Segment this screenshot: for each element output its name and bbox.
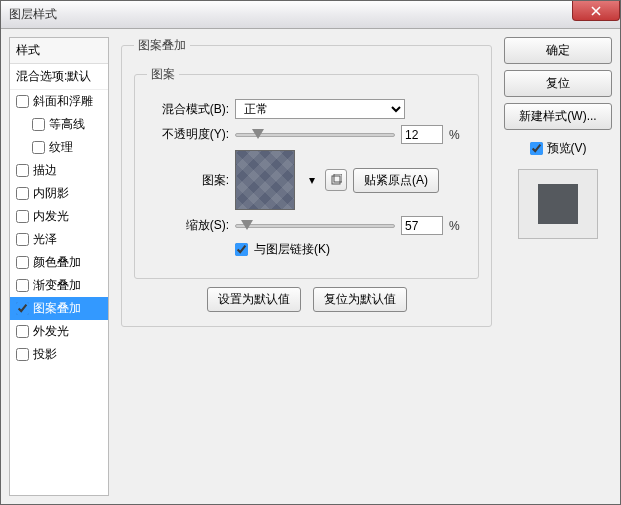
- opacity-slider[interactable]: [235, 133, 395, 137]
- set-default-button[interactable]: 设置为默认值: [207, 287, 301, 312]
- sidebar-item-bevel[interactable]: 斜面和浮雕: [10, 90, 108, 113]
- sidebar-item-label: 内阴影: [33, 185, 69, 202]
- slider-thumb-icon[interactable]: [252, 129, 264, 139]
- svg-rect-1: [334, 174, 342, 182]
- close-icon: [591, 6, 601, 16]
- sidebar-item-label: 斜面和浮雕: [33, 93, 93, 110]
- chevron-down-icon[interactable]: ▾: [305, 173, 319, 187]
- group-title: 图案叠加: [134, 37, 190, 54]
- checkbox-icon[interactable]: [32, 118, 45, 131]
- sidebar-item-label: 外发光: [33, 323, 69, 340]
- dialog-content: 样式 混合选项:默认 斜面和浮雕 等高线 纹理 描边 内阴影: [1, 29, 620, 504]
- scale-input[interactable]: [401, 216, 443, 235]
- pattern-thumbnail[interactable]: [235, 150, 295, 210]
- percent-label: %: [449, 128, 460, 142]
- reset-default-button[interactable]: 复位为默认值: [313, 287, 407, 312]
- svg-rect-0: [332, 176, 340, 184]
- percent-label: %: [449, 219, 460, 233]
- snap-origin-button[interactable]: 贴紧原点(A): [353, 168, 439, 193]
- preview-box: [518, 169, 598, 239]
- sidebar-item-outer-glow[interactable]: 外发光: [10, 320, 108, 343]
- sidebar-item-inner-shadow[interactable]: 内阴影: [10, 182, 108, 205]
- styles-sidebar: 样式 混合选项:默认 斜面和浮雕 等高线 纹理 描边 内阴影: [9, 37, 109, 496]
- opacity-row: 不透明度(Y): %: [147, 125, 466, 144]
- sidebar-item-contour[interactable]: 等高线: [10, 113, 108, 136]
- preview-label: 预览(V): [547, 140, 587, 157]
- default-buttons: 设置为默认值 复位为默认值: [134, 287, 479, 312]
- checkbox-icon[interactable]: [16, 95, 29, 108]
- link-label: 与图层链接(K): [254, 241, 330, 258]
- sidebar-item-satin[interactable]: 光泽: [10, 228, 108, 251]
- close-button[interactable]: [572, 1, 620, 21]
- preview-checkbox[interactable]: [530, 142, 543, 155]
- sidebar-blend-default[interactable]: 混合选项:默认: [10, 64, 108, 90]
- layer-style-dialog: 图层样式 样式 混合选项:默认 斜面和浮雕 等高线 纹理 描边: [0, 0, 621, 505]
- checkbox-icon[interactable]: [16, 233, 29, 246]
- sidebar-item-gradient-overlay[interactable]: 渐变叠加: [10, 274, 108, 297]
- pattern-group: 图案 混合模式(B): 正常 不透明度(Y): %: [134, 66, 479, 279]
- window-title: 图层样式: [9, 6, 57, 23]
- sidebar-header: 样式: [10, 38, 108, 64]
- preview-row: 预览(V): [504, 140, 612, 157]
- sidebar-item-label: 渐变叠加: [33, 277, 81, 294]
- sidebar-item-color-overlay[interactable]: 颜色叠加: [10, 251, 108, 274]
- checkbox-icon[interactable]: [16, 187, 29, 200]
- sidebar-item-label: 等高线: [49, 116, 85, 133]
- titlebar[interactable]: 图层样式: [1, 1, 620, 29]
- scale-slider[interactable]: [235, 224, 395, 228]
- preview-swatch: [538, 184, 578, 224]
- blend-mode-row: 混合模式(B): 正常: [147, 99, 466, 119]
- blend-label: 混合模式(B):: [147, 101, 229, 118]
- sidebar-item-label: 纹理: [49, 139, 73, 156]
- new-preset-button[interactable]: [325, 169, 347, 191]
- checkbox-icon[interactable]: [16, 302, 29, 315]
- sidebar-item-label: 内发光: [33, 208, 69, 225]
- new-preset-icon: [330, 174, 342, 186]
- pattern-label: 图案:: [147, 172, 229, 189]
- inner-title: 图案: [147, 66, 179, 83]
- opacity-input[interactable]: [401, 125, 443, 144]
- right-column: 确定 复位 新建样式(W)... 预览(V): [504, 37, 612, 496]
- pattern-overlay-group: 图案叠加 图案 混合模式(B): 正常 不透明度(Y):: [121, 37, 492, 327]
- link-layer-checkbox[interactable]: [235, 243, 248, 256]
- slider-thumb-icon[interactable]: [241, 220, 253, 230]
- sidebar-item-stroke[interactable]: 描边: [10, 159, 108, 182]
- sidebar-item-label: 颜色叠加: [33, 254, 81, 271]
- checkbox-icon[interactable]: [16, 348, 29, 361]
- checkbox-icon[interactable]: [16, 256, 29, 269]
- checkbox-icon[interactable]: [16, 164, 29, 177]
- ok-button[interactable]: 确定: [504, 37, 612, 64]
- scale-row: 缩放(S): %: [147, 216, 466, 235]
- checkbox-icon[interactable]: [16, 210, 29, 223]
- checkbox-icon[interactable]: [16, 325, 29, 338]
- sidebar-item-drop-shadow[interactable]: 投影: [10, 343, 108, 366]
- sidebar-item-label: 图案叠加: [33, 300, 81, 317]
- sidebar-item-inner-glow[interactable]: 内发光: [10, 205, 108, 228]
- checkbox-icon[interactable]: [16, 279, 29, 292]
- sidebar-item-texture[interactable]: 纹理: [10, 136, 108, 159]
- checkbox-icon[interactable]: [32, 141, 45, 154]
- main-panel: 图案叠加 图案 混合模式(B): 正常 不透明度(Y):: [121, 37, 492, 496]
- sidebar-item-label: 光泽: [33, 231, 57, 248]
- sidebar-item-label: 描边: [33, 162, 57, 179]
- sidebar-item-label: 投影: [33, 346, 57, 363]
- opacity-label: 不透明度(Y):: [147, 126, 229, 143]
- scale-label: 缩放(S):: [147, 217, 229, 234]
- blend-mode-select[interactable]: 正常: [235, 99, 405, 119]
- link-row: 与图层链接(K): [147, 241, 466, 258]
- new-style-button[interactable]: 新建样式(W)...: [504, 103, 612, 130]
- sidebar-item-pattern-overlay[interactable]: 图案叠加: [10, 297, 108, 320]
- reset-button[interactable]: 复位: [504, 70, 612, 97]
- pattern-row: 图案: ▾ 贴紧原点(A): [147, 150, 466, 210]
